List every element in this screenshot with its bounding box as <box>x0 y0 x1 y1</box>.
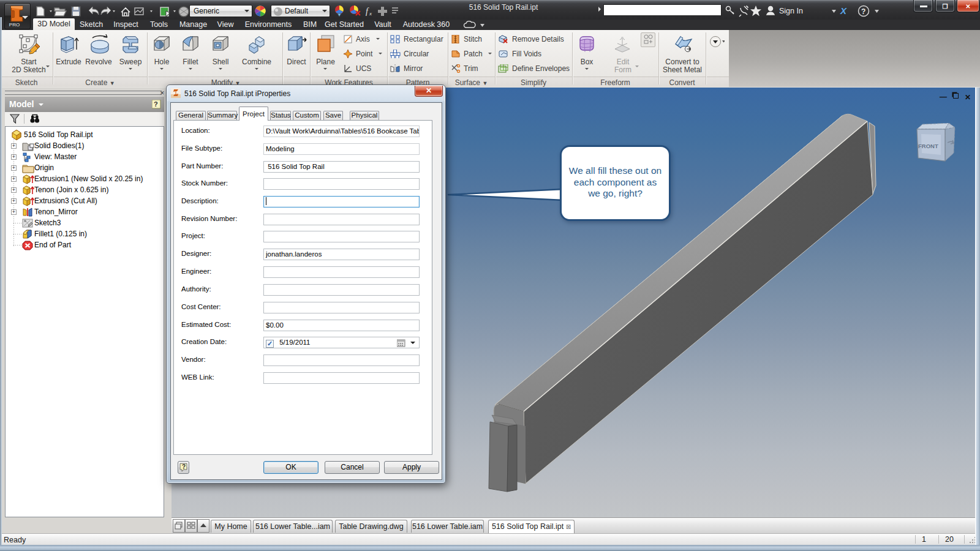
svg-text:?: ? <box>861 7 865 16</box>
svg-text:?: ? <box>182 463 186 470</box>
svg-text:X: X <box>840 6 847 16</box>
svg-text:x: x <box>369 10 372 17</box>
svg-text:Sign In: Sign In <box>779 7 803 15</box>
svg-text:FRONT: FRONT <box>918 143 938 149</box>
svg-text:?: ? <box>154 100 158 108</box>
